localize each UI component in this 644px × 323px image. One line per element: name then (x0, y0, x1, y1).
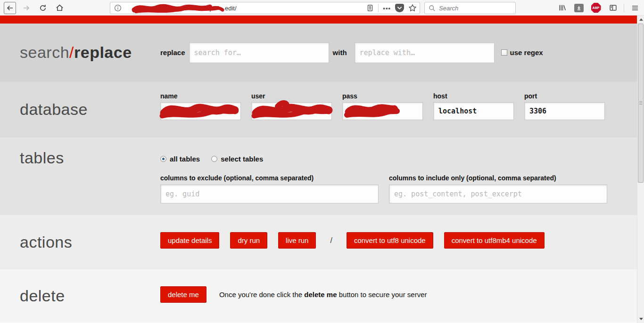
url-text: wp edit/ (125, 2, 366, 14)
tables-title: tables (20, 149, 64, 167)
sidebar-toggle-icon (609, 4, 617, 12)
download-icon (574, 4, 584, 12)
db-user-label: user (251, 92, 332, 100)
app-header-bar (0, 16, 637, 24)
search-replace-db-page: search/replace replace with use regex da… (0, 16, 637, 323)
section-search-replace: search/replace replace with use regex (0, 24, 637, 81)
adblock-icon: ABP (591, 3, 601, 13)
toolbar-right-icons: ABP (556, 0, 641, 16)
search-icon (429, 5, 436, 12)
scroll-up-icon (639, 18, 643, 21)
include-columns-input[interactable] (389, 185, 607, 203)
include-columns-group: columns to include only (optional, comma… (389, 174, 607, 203)
url-bar-actions: ••• (366, 4, 417, 12)
refresh-button[interactable] (37, 2, 49, 14)
browser-toolbar: wp edit/ ••• Search (0, 0, 644, 16)
dry-run-button[interactable]: dry run (230, 232, 267, 249)
update-details-button[interactable]: update details (160, 232, 219, 249)
db-pass-field: pass (342, 92, 423, 120)
convert-utf8-button[interactable]: convert to utf8 unicode (347, 232, 433, 249)
section-tables: tables all tables select tables columns … (0, 137, 637, 215)
db-name-label: name (160, 92, 241, 100)
search-placeholder: Search (439, 5, 458, 12)
search-for-input[interactable] (189, 42, 329, 63)
db-pass-input[interactable] (342, 102, 423, 120)
actions-separator: / (330, 236, 332, 245)
browser-search-bar[interactable]: Search (424, 2, 516, 14)
replace-label: replace (160, 48, 185, 57)
info-icon (114, 4, 122, 12)
all-tables-label[interactable]: all tables (170, 155, 200, 163)
page-scrollbar[interactable] (637, 16, 644, 323)
scrollbar-grip (639, 101, 642, 105)
nav-buttons (4, 0, 66, 16)
page-title: search/replace (20, 43, 132, 62)
forward-button[interactable] (20, 2, 33, 14)
with-label: with (333, 48, 347, 57)
screen: wp edit/ ••• Search (0, 0, 644, 323)
scrollbar-up-button[interactable] (637, 16, 644, 24)
select-tables-radio[interactable] (211, 156, 217, 162)
adblock-button[interactable]: ABP (590, 2, 602, 14)
exclude-columns-input[interactable] (160, 185, 379, 203)
bookmark-star-icon[interactable] (408, 4, 417, 12)
library-icon (558, 4, 566, 12)
db-port-field: port (524, 92, 605, 120)
urlbar-separator (378, 4, 379, 12)
page-actions-icon[interactable]: ••• (383, 5, 391, 11)
use-regex-checkbox[interactable] (501, 49, 507, 56)
db-name-field: name (160, 92, 241, 120)
scroll-down-icon (639, 318, 643, 320)
db-name-input[interactable] (160, 102, 241, 120)
delete-me-button[interactable]: delete me (160, 286, 206, 303)
select-tables-label[interactable]: select tables (221, 155, 263, 163)
downloads-button[interactable] (573, 2, 585, 14)
menu-button[interactable] (629, 2, 641, 14)
delete-note-bold: delete me (304, 291, 337, 299)
section-actions: actions update details dry run live run … (0, 215, 637, 269)
url-redaction-scribble (131, 2, 225, 14)
scrollbar-down-button[interactable] (637, 315, 644, 323)
reader-mode-icon[interactable] (366, 4, 374, 12)
exclude-columns-group: columns to exclude (optional, comma sepa… (160, 174, 379, 203)
forward-icon (23, 4, 30, 12)
db-port-input[interactable] (524, 102, 605, 120)
db-pass-label: pass (342, 92, 423, 100)
db-port-label: port (524, 92, 605, 100)
live-run-button[interactable]: live run (278, 232, 316, 249)
home-icon (56, 4, 64, 12)
sidebar-toggle-button[interactable] (607, 2, 619, 14)
db-host-input[interactable] (433, 102, 514, 120)
toolbar-separator (624, 4, 624, 12)
section-database: database name user (0, 81, 637, 137)
exclude-columns-label: columns to exclude (optional, comma sepa… (160, 174, 379, 182)
use-regex-label[interactable]: use regex (510, 48, 543, 57)
url-bar[interactable]: wp edit/ ••• (110, 2, 420, 14)
include-columns-label: columns to include only (optional, comma… (389, 174, 607, 182)
delete-note: Once you're done click the delete me but… (219, 291, 427, 299)
db-user-input[interactable] (251, 102, 332, 120)
section-delete: delete delete me Once you're done click … (0, 269, 637, 323)
actions-title: actions (20, 233, 72, 251)
library-button[interactable] (556, 2, 568, 14)
all-tables-radio[interactable] (160, 156, 166, 162)
database-title: database (20, 100, 88, 119)
pocket-icon[interactable] (395, 4, 404, 12)
db-user-field: user (251, 92, 332, 120)
home-button[interactable] (53, 2, 66, 14)
convert-utf8mb4-button[interactable]: convert to utf8mb4 unicode (444, 232, 545, 249)
scrollbar-thumb[interactable] (638, 24, 644, 183)
db-host-field: host (433, 92, 514, 120)
refresh-icon (39, 4, 47, 12)
delete-title: delete (20, 287, 65, 305)
replace-with-input[interactable] (355, 42, 495, 63)
url-suffix: edit/ (225, 5, 237, 12)
hamburger-menu-icon (631, 4, 639, 12)
db-host-label: host (433, 92, 514, 100)
back-icon (6, 4, 14, 12)
back-button[interactable] (4, 2, 16, 14)
